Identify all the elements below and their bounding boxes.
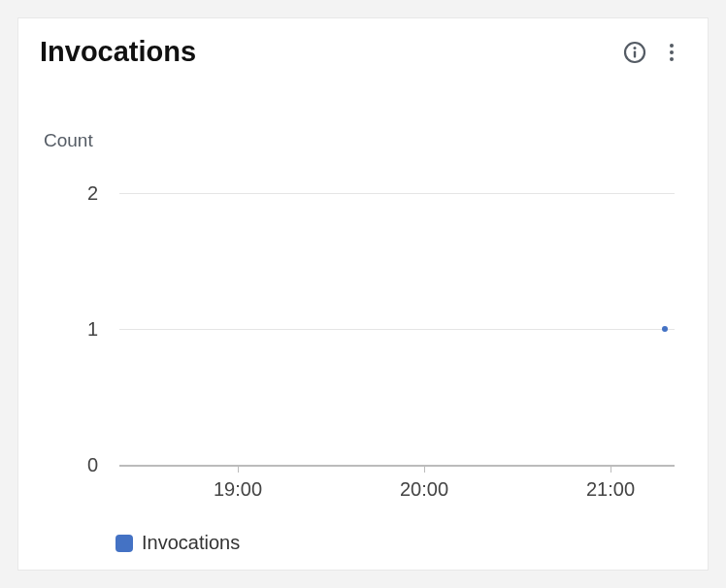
info-icon[interactable] [620, 38, 649, 67]
y-tick: 0 [44, 454, 98, 476]
svg-point-3 [670, 44, 674, 48]
chart-panel: Invocations Count 2 1 0 19:00 [17, 17, 709, 571]
x-tick: 21:00 [586, 478, 635, 501]
x-tick-mark [238, 467, 239, 473]
gridline [119, 329, 675, 330]
kebab-menu-icon[interactable] [657, 38, 686, 67]
x-tick-mark [424, 467, 425, 473]
legend: Invocations [116, 532, 240, 554]
x-tick: 20:00 [400, 478, 448, 501]
chart-plot-area: 2 1 0 19:00 20:00 21:00 [44, 169, 684, 489]
svg-point-5 [670, 57, 674, 61]
panel-header: Invocations [18, 18, 708, 68]
x-tick: 19:00 [214, 478, 262, 501]
y-tick: 2 [44, 182, 98, 205]
x-tick-mark [610, 467, 611, 473]
y-axis-label: Count [44, 130, 93, 151]
svg-rect-2 [634, 50, 636, 57]
gridline [119, 193, 675, 194]
panel-title: Invocations [40, 36, 612, 68]
svg-point-4 [670, 50, 674, 54]
legend-swatch [116, 535, 133, 552]
legend-label: Invocations [142, 532, 240, 554]
svg-point-1 [634, 47, 637, 49]
x-axis-line [119, 465, 675, 467]
y-tick: 1 [44, 318, 98, 341]
data-point [662, 326, 668, 332]
